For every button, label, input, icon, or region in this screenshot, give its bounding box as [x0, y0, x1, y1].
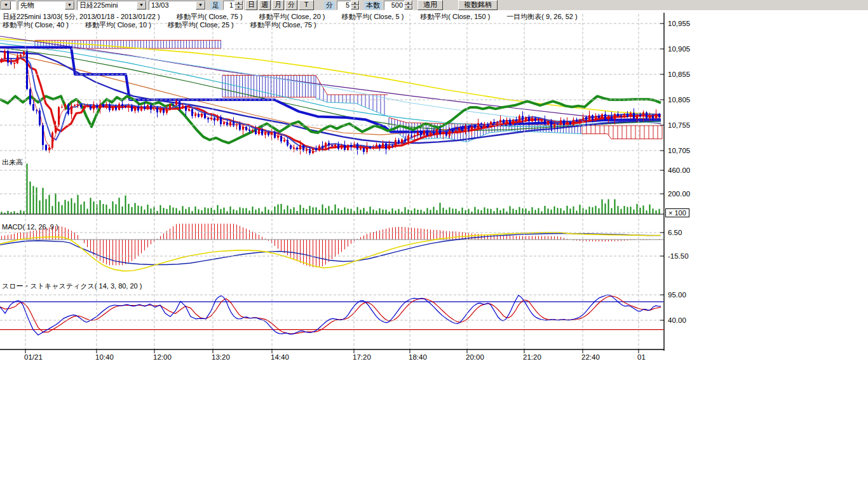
- time-axis-label: 10:40: [95, 353, 114, 361]
- volume-bar: [389, 212, 390, 214]
- candle-body: [569, 122, 571, 125]
- candle-body: [121, 104, 123, 106]
- candle-body: [356, 144, 358, 149]
- volume-bar: [39, 200, 41, 214]
- candle-body: [490, 122, 492, 127]
- volume-bar: [576, 211, 578, 214]
- candle-body: [201, 114, 203, 117]
- volume-bar: [294, 207, 295, 214]
- spin-up-icon[interactable]: ▲: [351, 1, 359, 5]
- candle-body: [283, 140, 285, 141]
- right-axis-label: 10,855: [668, 71, 690, 78]
- candle-body: [649, 116, 651, 118]
- volume-bar: [462, 208, 463, 214]
- candle-body: [36, 111, 37, 111]
- monthly-button[interactable]: 月: [272, 0, 284, 10]
- volume-bar: [614, 200, 616, 214]
- candle-body: [655, 114, 657, 118]
- volume-bar: [112, 201, 114, 214]
- volume-bar: [503, 208, 505, 214]
- volume-bar: [249, 210, 250, 214]
- volume-bar: [398, 209, 400, 214]
- candle-body: [268, 132, 269, 135]
- volume-bar: [322, 205, 323, 214]
- candle-body: [344, 146, 346, 150]
- spin-up-icon[interactable]: ▲: [234, 1, 243, 5]
- minute-stepper[interactable]: 5 ▲▼: [337, 1, 360, 10]
- volume-bar: [471, 212, 473, 214]
- bar-type-label: 足: [210, 1, 221, 10]
- volume-bar: [217, 205, 219, 214]
- multi-symbol-button[interactable]: 複数銘柄: [458, 0, 498, 10]
- candle-body: [17, 56, 18, 63]
- candle-body: [214, 118, 215, 120]
- volume-bar: [65, 200, 66, 215]
- apply-button[interactable]: 適用: [417, 0, 443, 10]
- candle-body: [410, 136, 412, 137]
- volume-bar: [379, 208, 381, 214]
- volume-bar: [522, 208, 524, 214]
- time-axis-label: 18:40: [409, 353, 427, 361]
- spin-up-icon[interactable]: ▲: [404, 1, 412, 5]
- contract-month-dropdown[interactable]: 13/03 ▼: [149, 1, 206, 10]
- volume-bar: [491, 209, 492, 214]
- volume-bar: [344, 207, 346, 214]
- candle-body: [407, 136, 409, 142]
- chevron-down-icon[interactable]: ▼: [137, 1, 146, 10]
- spin-down-icon[interactable]: ▼: [404, 5, 412, 10]
- volume-bar: [103, 204, 104, 214]
- candle-body: [125, 106, 126, 107]
- symbol-dropdown[interactable]: 日経225mini ▼: [77, 1, 147, 10]
- candle-body: [471, 126, 473, 130]
- candle-body: [633, 113, 635, 119]
- macd-line: [0, 233, 661, 271]
- right-axis-label: 10,955: [668, 20, 690, 27]
- mini-dropdown[interactable]: ▼: [1, 1, 16, 10]
- candle-body: [32, 104, 34, 111]
- minute-button[interactable]: 分: [285, 0, 297, 10]
- instrument-type-dropdown[interactable]: 先物 ▼: [18, 1, 75, 10]
- time-axis-label: 22:40: [581, 353, 600, 361]
- candle-body: [299, 145, 301, 149]
- volume-bar: [557, 208, 559, 214]
- candle-body: [544, 120, 546, 125]
- chevron-down-icon[interactable]: ▼: [1, 1, 11, 10]
- candle-body: [436, 129, 438, 134]
- candle-body: [144, 107, 146, 109]
- candle-body: [242, 127, 244, 130]
- tick-button[interactable]: T: [299, 0, 314, 10]
- chevron-down-icon[interactable]: ▼: [196, 1, 205, 10]
- spin-down-icon[interactable]: ▼: [351, 5, 359, 10]
- volume-bar: [408, 210, 409, 214]
- volume-bar: [195, 207, 196, 214]
- volume-bar: [573, 207, 574, 214]
- volume-bar: [306, 209, 308, 214]
- candle-body: [531, 118, 533, 121]
- volume-bar: [433, 207, 435, 214]
- weekly-button[interactable]: 週: [259, 0, 271, 10]
- candle-body: [90, 105, 92, 109]
- volume-bar: [443, 208, 444, 214]
- volume-bar: [211, 208, 212, 214]
- volume-bar: [545, 206, 546, 214]
- candle-body: [223, 122, 225, 124]
- candle-body: [179, 101, 180, 108]
- candle-body: [474, 126, 476, 128]
- chevron-down-icon[interactable]: ▼: [65, 1, 74, 10]
- volume-bar: [649, 205, 651, 214]
- candle-body: [646, 112, 648, 118]
- bar-interval-stepper[interactable]: 1 ▲▼: [223, 1, 243, 10]
- volume-bar: [125, 196, 126, 214]
- volume-bar: [564, 210, 565, 214]
- macd-pane: [0, 217, 663, 271]
- candle-body: [499, 120, 501, 123]
- daily-button[interactable]: 日: [245, 0, 257, 10]
- volume-bar: [475, 207, 476, 214]
- volume-bar: [236, 210, 238, 214]
- volume-bar: [348, 208, 349, 214]
- spin-down-icon[interactable]: ▼: [234, 5, 243, 10]
- bar-count-stepper[interactable]: 500 ▲▼: [384, 1, 413, 10]
- volume-bar: [20, 210, 22, 214]
- candle-body: [112, 107, 114, 111]
- candle-body: [293, 147, 295, 149]
